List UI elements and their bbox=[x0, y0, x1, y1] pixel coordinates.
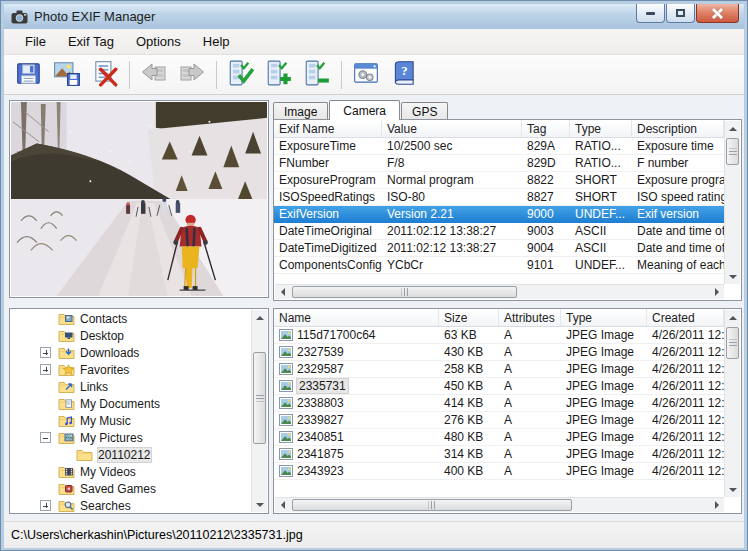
tree-item-saved-games[interactable]: Saved Games bbox=[10, 480, 251, 497]
tree-vertical-scrollbar[interactable] bbox=[251, 310, 267, 512]
tree-item-desktop[interactable]: Desktop bbox=[10, 327, 251, 344]
table-cell: JPEG Image bbox=[561, 344, 647, 360]
column-header-value[interactable]: Value bbox=[382, 120, 522, 137]
table-row[interactable]: 2329587258 KBAJPEG Image4/26/2011 12: bbox=[274, 361, 724, 378]
column-header-attributes[interactable]: Attributes bbox=[499, 309, 561, 326]
table-cell: Exif version bbox=[632, 206, 724, 222]
tab-gps[interactable]: GPS bbox=[401, 102, 448, 120]
table-row[interactable]: 2341875314 KBAJPEG Image4/26/2011 12: bbox=[274, 446, 724, 463]
tab-camera[interactable]: Camera bbox=[329, 100, 400, 120]
table-row[interactable]: ExposureProgramNormal program8822SHORTEx… bbox=[274, 172, 724, 189]
scroll-down-button[interactable] bbox=[252, 497, 267, 512]
menu-item-help[interactable]: Help bbox=[192, 30, 241, 53]
save-button[interactable] bbox=[10, 58, 48, 92]
tree-item-favorites[interactable]: Favorites bbox=[10, 361, 251, 378]
tree-item-label: Favorites bbox=[80, 363, 129, 377]
table-row[interactable]: ExposureTime10/2500 sec829ARATIO...Expos… bbox=[274, 138, 724, 155]
desktop-folder-icon bbox=[58, 328, 75, 343]
minimize-button[interactable] bbox=[636, 4, 665, 23]
file-horizontal-scrollbar[interactable] bbox=[275, 497, 724, 512]
image-save-icon bbox=[53, 59, 81, 91]
menu-item-exif-tag[interactable]: Exif Tag bbox=[57, 30, 125, 53]
column-header-description[interactable]: Description bbox=[632, 120, 724, 137]
table-cell: 2339827 bbox=[274, 412, 439, 428]
tree-item-my-videos[interactable]: My Videos bbox=[10, 463, 251, 480]
table-cell: ExifVersion bbox=[274, 206, 382, 222]
scroll-up-button[interactable] bbox=[725, 310, 740, 325]
scroll-thumb[interactable] bbox=[253, 352, 266, 444]
maximize-button[interactable] bbox=[666, 4, 695, 23]
tree-item-20110212[interactable]: 20110212 bbox=[10, 446, 251, 463]
save-image-button[interactable] bbox=[48, 58, 86, 92]
help-book-icon: ? bbox=[390, 59, 418, 91]
table-row[interactable]: 2340851480 KBAJPEG Image4/26/2011 12: bbox=[274, 429, 724, 446]
table-row[interactable]: 2339827276 KBAJPEG Image4/26/2011 12: bbox=[274, 412, 724, 429]
tree-item-my-documents[interactable]: My Documents bbox=[10, 395, 251, 412]
file-name: 2340851 bbox=[297, 430, 344, 444]
table-header: Exif NameValueTagTypeDescription bbox=[274, 120, 724, 138]
table-cell: ISO speed ratings bbox=[632, 189, 724, 205]
scroll-right-button[interactable] bbox=[709, 285, 724, 299]
scroll-thumb[interactable] bbox=[292, 286, 517, 298]
column-header-type[interactable]: Type bbox=[561, 309, 647, 326]
table-row[interactable]: ComponentsConfig...YCbCr9101UNDEF...Mean… bbox=[274, 257, 724, 274]
scroll-up-button[interactable] bbox=[252, 310, 267, 325]
tree-item-my-pictures[interactable]: My Pictures bbox=[10, 429, 251, 446]
table-row[interactable]: ISOSpeedRatingsISO-808827SHORTISO speed … bbox=[274, 189, 724, 206]
tree-item-downloads[interactable]: Downloads bbox=[10, 344, 251, 361]
scroll-thumb[interactable] bbox=[726, 138, 739, 165]
table-row[interactable]: 2335731450 KBAJPEG Image4/26/2011 12: bbox=[274, 378, 724, 395]
column-header-name[interactable]: Name bbox=[274, 309, 439, 326]
file-vertical-scrollbar[interactable] bbox=[724, 310, 740, 497]
collapse-icon[interactable] bbox=[40, 432, 51, 443]
menu-item-file[interactable]: File bbox=[14, 30, 57, 53]
column-header-size[interactable]: Size bbox=[439, 309, 499, 326]
exif-vertical-scrollbar[interactable] bbox=[724, 121, 740, 284]
table-row[interactable]: 2343923400 KBAJPEG Image4/26/2011 12: bbox=[274, 463, 724, 480]
previous-image-button[interactable] bbox=[135, 58, 173, 92]
table-row[interactable]: 2338803414 KBAJPEG Image4/26/2011 12: bbox=[274, 395, 724, 412]
scroll-up-button[interactable] bbox=[725, 121, 740, 136]
arrow-right-icon bbox=[178, 59, 206, 91]
scroll-thumb[interactable] bbox=[726, 327, 739, 359]
exif-horizontal-scrollbar[interactable] bbox=[275, 284, 724, 299]
next-image-button[interactable] bbox=[173, 58, 211, 92]
tree-item-searches[interactable]: Searches bbox=[10, 497, 251, 513]
delete-exif-button[interactable] bbox=[86, 58, 124, 92]
edit-tag-button[interactable] bbox=[222, 58, 260, 92]
menu-item-options[interactable]: Options bbox=[125, 30, 192, 53]
add-tag-button[interactable] bbox=[260, 58, 298, 92]
tree-item-contacts[interactable]: Contacts bbox=[10, 310, 251, 327]
file-name: 2339827 bbox=[297, 413, 344, 427]
table-row[interactable]: 2327539430 KBAJPEG Image4/26/2011 12: bbox=[274, 344, 724, 361]
table-cell: Version 2.21 bbox=[382, 206, 522, 222]
help-button[interactable]: ? bbox=[385, 58, 423, 92]
table-cell: 2338803 bbox=[274, 395, 439, 411]
column-header-created[interactable]: Created bbox=[647, 309, 724, 326]
column-header-tag[interactable]: Tag bbox=[522, 120, 570, 137]
scroll-thumb[interactable] bbox=[292, 499, 572, 511]
tab-image[interactable]: Image bbox=[273, 102, 328, 120]
scroll-down-button[interactable] bbox=[725, 269, 740, 284]
tree-item-my-music[interactable]: My Music bbox=[10, 412, 251, 429]
table-cell: 400 KB bbox=[439, 463, 499, 479]
column-header-type[interactable]: Type bbox=[570, 120, 632, 137]
options-button[interactable] bbox=[347, 58, 385, 92]
scroll-down-button[interactable] bbox=[725, 482, 740, 497]
tree-item-links[interactable]: Links bbox=[10, 378, 251, 395]
table-row[interactable]: 115d71700c6463 KBAJPEG Image4/26/2011 12… bbox=[274, 327, 724, 344]
scroll-left-button[interactable] bbox=[275, 498, 290, 512]
scroll-left-button[interactable] bbox=[275, 285, 290, 299]
expand-icon[interactable] bbox=[40, 347, 51, 358]
table-row[interactable]: DateTimeOriginal2011:02:12 13:38:279003A… bbox=[274, 223, 724, 240]
table-row[interactable]: ExifVersionVersion 2.219000UNDEF...Exif … bbox=[274, 206, 724, 223]
expand-icon[interactable] bbox=[40, 364, 51, 375]
column-header-exif-name[interactable]: Exif Name bbox=[274, 120, 382, 137]
expand-icon[interactable] bbox=[40, 500, 51, 511]
scroll-right-button[interactable] bbox=[709, 498, 724, 512]
table-row[interactable]: DateTimeDigitized2011:02:12 13:38:279004… bbox=[274, 240, 724, 257]
close-button[interactable] bbox=[696, 4, 739, 23]
remove-tag-button[interactable] bbox=[298, 58, 336, 92]
table-row[interactable]: FNumberF/8829DRATIO...F number bbox=[274, 155, 724, 172]
table-cell: 4/26/2011 12: bbox=[647, 463, 724, 479]
